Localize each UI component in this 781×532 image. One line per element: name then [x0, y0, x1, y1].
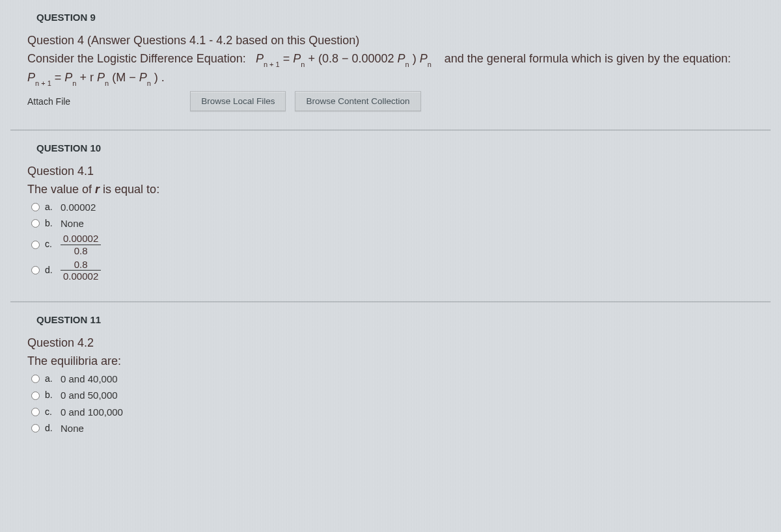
q9-intro-a: Consider the Logistic Difference Equatio… — [27, 52, 246, 65]
question-11-body: Question 4.2 The equilibria are: a. 0 an… — [17, 334, 764, 436]
eq2-sub-n1: n + 1 — [35, 79, 51, 87]
eq2-equals: = — [55, 71, 65, 84]
q10-heading: Question 4.1 — [27, 163, 764, 181]
q11-letter-d: d. — [45, 421, 55, 436]
eq1-mid: + (0.8 − 0.00002 — [308, 52, 397, 65]
q10-letter-c: c. — [45, 237, 55, 252]
q10-prompt-b: is equal to: — [100, 183, 159, 196]
q11-option-b: b. 0 and 50,000 — [31, 387, 764, 403]
q11-radio-a[interactable] — [31, 375, 40, 383]
attach-file-row: Attach File Browse Local Files Browse Co… — [27, 91, 764, 111]
eq1-equals: = — [283, 52, 294, 65]
eq2-sub-nb: n — [105, 79, 109, 87]
q11-prompt: The equilibria are: — [27, 352, 764, 371]
q10-radio-c[interactable] — [31, 241, 40, 249]
q10-radio-b[interactable] — [31, 219, 40, 228]
eq1-sub-n1: n + 1 — [264, 60, 280, 68]
q9-equation-line-2: Pn + 1 = Pn + r Pn (M − Pn ) . — [27, 69, 764, 88]
eq1-P: P — [256, 52, 264, 65]
q10-radio-a[interactable] — [31, 203, 40, 211]
q10-option-c: c. 0.00002 0.8 — [31, 232, 764, 258]
eq1-sub-nc: n — [428, 60, 432, 68]
question-10-title: QUESTION 10 — [17, 137, 764, 163]
question-9: QUESTION 9 Question 4 (Answer Questions … — [5, 0, 776, 129]
q11-letter-a: a. — [45, 372, 55, 386]
eq2-sub-nc: n — [147, 79, 151, 87]
q9-equation-line-1: Consider the Logistic Difference Equatio… — [27, 50, 764, 69]
q11-text-c: 0 and 100,000 — [61, 405, 123, 419]
eq1-sub-n: n — [301, 60, 305, 68]
eq2-close: ) . — [154, 71, 165, 84]
eq2-P: P — [27, 71, 35, 84]
eq1-close: ) — [413, 52, 420, 65]
q11-text-d: None — [61, 421, 84, 436]
q10-text-b: None — [61, 216, 84, 231]
q11-option-d: d. None — [31, 420, 764, 436]
q11-option-a: a. 0 and 40,000 — [31, 371, 764, 387]
q10-fraction-d: 0.8 0.00002 — [61, 259, 101, 282]
eq2-Pb: P — [97, 71, 105, 84]
q11-radio-b[interactable] — [31, 392, 40, 400]
q9-intro-b: and the general formula which is given b… — [445, 52, 731, 65]
eq2-mid: + r — [79, 71, 94, 84]
q11-text-a: 0 and 40,000 — [61, 371, 118, 386]
eq1-Pn: P — [293, 52, 301, 65]
q11-option-c: c. 0 and 100,000 — [31, 404, 764, 420]
eq2-open: (M − — [112, 71, 139, 84]
q10-fraction-c: 0.00002 0.8 — [61, 233, 101, 256]
eq1-Pb: P — [397, 52, 405, 65]
browse-local-files-button[interactable]: Browse Local Files — [190, 91, 286, 111]
q10-c-den: 0.8 — [61, 245, 101, 256]
q10-option-a: a. 0.00002 — [31, 199, 764, 215]
q11-letter-c: c. — [45, 405, 55, 419]
eq1-sub-nb: n — [405, 60, 409, 68]
q11-radio-c[interactable] — [31, 408, 40, 416]
q10-letter-b: b. — [45, 217, 55, 231]
q10-radio-d[interactable] — [31, 266, 40, 274]
q10-prompt: The value of r is equal to: — [27, 181, 764, 199]
q11-text-b: 0 and 50,000 — [61, 388, 118, 403]
q10-prompt-a: The value of — [27, 183, 95, 196]
q11-heading: Question 4.2 — [27, 334, 764, 352]
q10-letter-d: d. — [45, 263, 55, 278]
question-9-title: QUESTION 9 — [17, 7, 764, 32]
eq2-sub-n: n — [72, 79, 76, 87]
q11-radio-d[interactable] — [31, 424, 40, 432]
q10-d-num: 0.8 — [61, 259, 101, 271]
eq2-Pc: P — [139, 71, 147, 84]
q11-letter-b: b. — [45, 388, 55, 403]
question-10-body: Question 4.1 The value of r is equal to:… — [17, 163, 764, 283]
q10-letter-a: a. — [45, 200, 55, 215]
browse-content-collection-button[interactable]: Browse Content Collection — [295, 91, 420, 111]
q10-text-a: 0.00002 — [61, 200, 96, 215]
q9-heading: Question 4 (Answer Questions 4.1 - 4.2 b… — [27, 32, 764, 50]
eq2-Pn: P — [64, 71, 72, 84]
q10-option-b: b. None — [31, 215, 764, 232]
question-11-title: QUESTION 11 — [17, 309, 764, 334]
page-container: QUESTION 9 Question 4 (Answer Questions … — [0, 0, 781, 455]
question-11: QUESTION 11 Question 4.2 The equilibria … — [5, 302, 776, 455]
q10-d-den: 0.00002 — [61, 271, 101, 282]
question-9-body: Question 4 (Answer Questions 4.1 - 4.2 b… — [17, 32, 764, 87]
question-10: QUESTION 10 Question 4.1 The value of r … — [5, 131, 776, 301]
eq1-Pc: P — [420, 52, 428, 65]
q10-option-d: d. 0.8 0.00002 — [31, 258, 764, 284]
attach-file-label: Attach File — [27, 96, 70, 107]
q10-c-num: 0.00002 — [61, 233, 101, 245]
